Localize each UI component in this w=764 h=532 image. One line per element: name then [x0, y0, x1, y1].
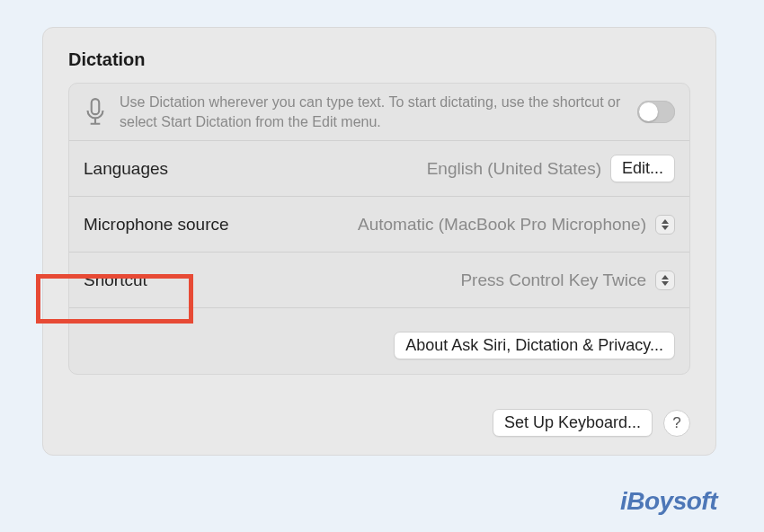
- dictation-panel: Dictation Use Dictation wherever you can…: [42, 27, 716, 456]
- svg-rect-0: [92, 99, 100, 114]
- footer: Set Up Keyboard... ?: [68, 409, 690, 437]
- settings-group: Use Dictation wherever you can type text…: [68, 83, 690, 375]
- microphone-value: Automatic (MacBook Pro Microphone): [358, 215, 646, 235]
- panel-title: Dictation: [68, 49, 690, 70]
- languages-edit-button[interactable]: Edit...: [610, 155, 675, 182]
- shortcut-row: Shortcut Press Control Key Twice: [69, 252, 689, 307]
- privacy-button[interactable]: About Ask Siri, Dictation & Privacy...: [394, 332, 675, 359]
- languages-row: Languages English (United States) Edit..…: [69, 140, 689, 196]
- microphone-row: Microphone source Automatic (MacBook Pro…: [69, 196, 689, 252]
- languages-value: English (United States): [427, 159, 601, 179]
- help-button[interactable]: ?: [663, 410, 690, 437]
- watermark-logo: iBoysoft: [620, 487, 717, 516]
- privacy-row: About Ask Siri, Dictation & Privacy...: [69, 307, 689, 374]
- dictation-toggle[interactable]: [637, 101, 675, 123]
- dictation-description-row: Use Dictation wherever you can type text…: [69, 84, 689, 140]
- microphone-select-stepper[interactable]: [655, 215, 675, 235]
- shortcut-value: Press Control Key Twice: [460, 270, 646, 290]
- shortcut-label: Shortcut: [84, 270, 147, 290]
- setup-keyboard-button[interactable]: Set Up Keyboard...: [493, 409, 653, 437]
- dictation-description-text: Use Dictation wherever you can type text…: [120, 93, 625, 131]
- languages-label: Languages: [84, 159, 168, 179]
- microphone-label: Microphone source: [84, 215, 229, 235]
- microphone-icon: [84, 97, 107, 128]
- shortcut-select-stepper[interactable]: [655, 270, 675, 290]
